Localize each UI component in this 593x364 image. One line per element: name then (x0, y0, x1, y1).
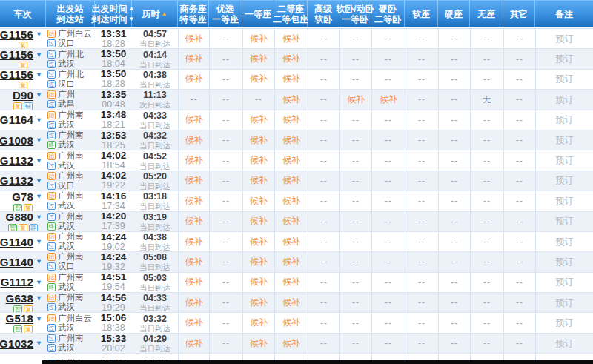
sort-arrow-icon[interactable]: ▲ (162, 11, 168, 17)
train-number-link[interactable]: G638 (6, 293, 34, 305)
seat-availability-value: -- (352, 236, 360, 247)
seat-availability-value[interactable]: 候补 (185, 317, 203, 329)
chevron-down-icon[interactable]: ▼ (36, 71, 42, 79)
book-button[interactable]: 预订 (556, 174, 574, 187)
seat-availability-value[interactable]: 候补 (282, 53, 300, 65)
book-button[interactable]: 预订 (556, 297, 574, 309)
book-button[interactable]: 预订 (556, 113, 574, 126)
seat-availability-value[interactable]: 候补 (250, 113, 268, 126)
book-button[interactable]: 预订 (556, 93, 574, 106)
seat-availability-value[interactable]: 候补 (250, 297, 268, 309)
book-button[interactable]: 预订 (556, 317, 574, 329)
seat-availability-value[interactable]: 候补 (185, 236, 203, 248)
book-button[interactable]: 预订 (556, 134, 574, 147)
chevron-down-icon[interactable]: ▼ (36, 30, 42, 38)
train-number-link[interactable]: G78 (12, 191, 33, 203)
train-number-link[interactable]: G1140 (0, 236, 33, 248)
seat-availability-value[interactable]: 候补 (185, 33, 203, 45)
chevron-down-icon[interactable]: ▼ (36, 116, 42, 124)
seat-availability-value[interactable]: 候补 (185, 195, 203, 208)
seat-availability-value[interactable]: 候补 (282, 93, 300, 106)
seat-availability-value[interactable]: 候补 (380, 93, 397, 106)
chevron-down-icon[interactable]: ▼ (36, 315, 42, 322)
train-number-link[interactable]: D90 (13, 90, 33, 102)
seat-availability-value[interactable]: 候补 (250, 174, 268, 187)
chevron-down-icon[interactable]: ▼ (36, 294, 42, 302)
chevron-down-icon[interactable]: ▼ (36, 157, 42, 165)
seat-availability-value[interactable]: 候补 (185, 73, 203, 85)
chevron-down-icon[interactable]: ▼ (36, 340, 42, 347)
seat-availability-value[interactable]: 候补 (185, 134, 203, 147)
chevron-down-icon[interactable]: ▼ (36, 51, 42, 59)
seat-availability-value[interactable]: 候补 (282, 134, 300, 147)
seat-availability-value[interactable]: 候补 (185, 297, 203, 309)
seat-availability-value[interactable]: 候补 (282, 33, 300, 45)
seat-availability-value[interactable]: 候补 (282, 73, 300, 85)
seat-availability-value[interactable]: 候补 (282, 297, 300, 309)
seat-availability-value[interactable]: 候补 (282, 317, 300, 329)
seat-availability-value[interactable]: 候补 (185, 215, 203, 228)
seat-availability-value[interactable]: 候补 (185, 337, 203, 350)
seat-availability-value[interactable]: 候补 (282, 174, 300, 187)
book-button[interactable]: 预订 (556, 154, 574, 167)
seat-availability-value[interactable]: 候补 (185, 174, 203, 187)
train-number-link[interactable]: G1140 (0, 256, 33, 268)
seat-availability-value[interactable]: 候补 (347, 93, 365, 106)
train-number-link[interactable]: G1156 (0, 29, 33, 41)
seat-availability-value[interactable]: 候补 (185, 256, 203, 268)
seat-availability-value[interactable]: 候补 (185, 276, 203, 288)
book-button[interactable]: 预订 (556, 215, 574, 228)
train-number-link[interactable]: G518 (6, 313, 34, 325)
book-button[interactable]: 预订 (556, 73, 574, 85)
train-number-link[interactable]: G1156 (0, 70, 33, 82)
seat-availability-value[interactable]: 候补 (282, 195, 300, 208)
book-button[interactable]: 预订 (556, 256, 574, 268)
seat-availability-value[interactable]: 候补 (250, 195, 268, 208)
chevron-down-icon[interactable]: ▼ (36, 136, 42, 144)
chevron-down-icon[interactable]: ▼ (36, 238, 42, 245)
chevron-down-icon[interactable]: ▼ (36, 177, 42, 185)
column-header-times[interactable]: 出发时间▲到达时间▼ (95, 1, 132, 27)
seat-availability-value[interactable]: 候补 (282, 236, 300, 248)
book-button[interactable]: 预订 (556, 33, 574, 45)
book-button[interactable]: 预订 (556, 276, 574, 288)
book-button[interactable]: 预订 (556, 337, 574, 350)
seat-availability-value[interactable]: 候补 (185, 113, 203, 126)
seat-availability-value[interactable]: 候补 (282, 337, 300, 350)
book-button[interactable]: 预订 (556, 236, 574, 248)
seat-availability-value[interactable]: 候补 (250, 337, 268, 350)
seat-availability-value[interactable]: 候补 (250, 33, 268, 45)
book-button[interactable]: 预订 (556, 53, 574, 65)
seat-availability-value[interactable]: 候补 (282, 113, 300, 126)
seat-availability-value[interactable]: 候补 (250, 256, 268, 268)
seat-availability-value[interactable]: 候补 (282, 154, 300, 167)
chevron-down-icon[interactable]: ▼ (36, 91, 42, 99)
seat-availability-value[interactable]: 候补 (282, 215, 300, 228)
seat-availability-value[interactable]: 候补 (250, 276, 268, 288)
train-number-link[interactable]: G1164 (0, 113, 33, 126)
train-number-link[interactable]: G1032 (0, 337, 33, 350)
seat-availability-value[interactable]: 候补 (250, 215, 268, 228)
seat-availability-value[interactable]: 候补 (250, 53, 268, 65)
seat-availability-value[interactable]: 候补 (185, 154, 203, 167)
column-header-duration[interactable]: 历时▲ (132, 1, 178, 27)
chevron-down-icon[interactable]: ▼ (36, 279, 42, 286)
train-number-link[interactable]: G880 (6, 212, 34, 224)
book-button[interactable]: 预订 (556, 195, 574, 208)
seat-availability-value[interactable]: 候补 (250, 154, 268, 167)
train-number-link[interactable]: G1112 (1, 276, 33, 288)
train-number-link[interactable]: G1132 (0, 154, 33, 167)
train-number-link[interactable]: G1132 (0, 174, 33, 187)
chevron-down-icon[interactable]: ▼ (36, 258, 42, 265)
seat-availability-value[interactable]: 候补 (282, 256, 300, 268)
train-number-link[interactable]: G1156 (0, 49, 33, 61)
seat-availability-value[interactable]: 候补 (250, 134, 268, 147)
seat-availability-value[interactable]: 候补 (282, 276, 300, 288)
chevron-down-icon[interactable]: ▼ (36, 214, 42, 221)
seat-availability-value[interactable]: 候补 (250, 317, 268, 329)
seat-availability-value[interactable]: 候补 (250, 236, 268, 248)
seat-availability-value[interactable]: 候补 (250, 73, 268, 85)
train-number-link[interactable]: G1008 (0, 134, 33, 147)
chevron-down-icon[interactable]: ▼ (36, 193, 42, 200)
seat-availability-value[interactable]: 候补 (185, 53, 203, 65)
